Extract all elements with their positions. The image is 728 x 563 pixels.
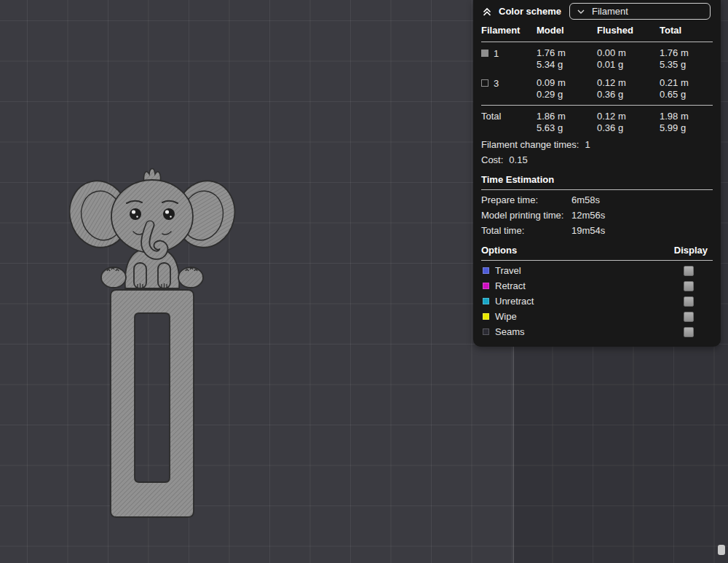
travel-display-checkbox[interactable] xyxy=(684,266,694,276)
total-length: 0.21 m xyxy=(660,77,713,89)
total-length-total: 1.98 m xyxy=(660,111,713,122)
seams-color-swatch xyxy=(483,328,489,335)
time-value: 19m54s xyxy=(571,224,605,237)
time-label: Total time: xyxy=(481,224,571,237)
options-list: Travel Retract Unretract Wipe Seams xyxy=(473,261,721,339)
collapse-panel-button[interactable] xyxy=(481,6,493,17)
option-label: Unretract xyxy=(495,296,534,307)
elephant-head xyxy=(111,180,193,253)
total-row: Total 1.86 m 5.63 g 0.12 m 0.36 g 1.98 m… xyxy=(481,107,713,137)
filament-row-1: 1 1.76 m 5.34 g 0.00 m 0.01 g 1.76 m 5.3… xyxy=(481,44,713,74)
time-estimation-title: Time Estimation xyxy=(473,168,721,189)
col-model: Model xyxy=(537,25,597,36)
travel-color-swatch xyxy=(483,267,489,274)
color-scheme-dropdown[interactable]: Filament xyxy=(569,3,711,20)
wipe-display-checkbox[interactable] xyxy=(684,312,694,322)
chevron-double-up-icon xyxy=(482,7,492,17)
seams-display-checkbox[interactable] xyxy=(684,327,694,337)
option-label: Seams xyxy=(495,326,524,337)
options-title: Options xyxy=(481,245,517,256)
option-row-wipe: Wipe xyxy=(473,309,721,324)
stat-label: Cost: xyxy=(481,154,503,166)
stat-value: 1 xyxy=(585,138,590,151)
flushed-weight: 0.01 g xyxy=(597,59,660,71)
col-total: Total xyxy=(660,25,713,36)
panel-title: Color scheme xyxy=(499,6,561,17)
filament-table-header: Filament Model Flushed Total xyxy=(481,23,713,40)
cost: Cost: 0.15 xyxy=(473,152,721,168)
model-printing-time-row: Model printing time: 12m56s xyxy=(473,208,721,223)
flushed-length: 0.12 m xyxy=(597,77,660,89)
model-length: 0.09 m xyxy=(537,77,597,89)
filament-1-color-swatch xyxy=(481,50,488,57)
stat-label: Filament change times: xyxy=(481,138,579,151)
stat-value: 0.15 xyxy=(509,154,527,166)
filament-3-color-swatch xyxy=(481,79,488,87)
unretract-display-checkbox[interactable] xyxy=(684,296,694,307)
filament-change-times: Filament change times: 1 xyxy=(473,137,721,152)
filament-row-3: 3 0.09 m 0.29 g 0.12 m 0.36 g 0.21 m 0.6… xyxy=(481,74,713,103)
option-label: Wipe xyxy=(495,311,517,322)
model-weight: 0.29 g xyxy=(537,89,597,101)
filament-table: Filament Model Flushed Total 1 1.76 m 5.… xyxy=(473,23,721,137)
total-length: 1.76 m xyxy=(660,47,713,59)
time-value: 6m58s xyxy=(571,194,600,206)
col-flushed: Flushed xyxy=(597,25,660,36)
display-column-title: Display xyxy=(674,245,708,256)
filament-3-id: 3 xyxy=(494,78,499,90)
total-time-row: Total time: 19m54s xyxy=(473,223,721,238)
panel-header: Color scheme Filament xyxy=(473,0,721,23)
total-weight-total: 5.99 g xyxy=(660,122,713,134)
retract-color-swatch xyxy=(483,283,489,289)
bookmark-frame xyxy=(111,290,194,517)
wipe-color-swatch xyxy=(483,313,489,320)
options-header: Options Display xyxy=(473,238,721,259)
option-label: Travel xyxy=(495,265,521,276)
time-value: 12m56s xyxy=(571,209,605,221)
total-row-label: Total xyxy=(481,111,537,134)
option-row-travel: Travel xyxy=(473,263,721,278)
model-length-total: 1.86 m xyxy=(537,111,597,122)
scrollbar-corner-handle[interactable] xyxy=(718,545,725,555)
time-label: Prepare time: xyxy=(481,194,571,206)
option-row-seams: Seams xyxy=(473,324,721,339)
total-weight: 5.35 g xyxy=(660,59,713,71)
unretract-color-swatch xyxy=(483,298,489,304)
model-weight-total: 5.63 g xyxy=(537,122,597,134)
filament-1-id: 1 xyxy=(494,48,499,60)
col-filament: Filament xyxy=(481,25,537,36)
model-elephant-bookmark[interactable] xyxy=(69,163,237,521)
model-weight: 5.34 g xyxy=(537,59,597,71)
option-label: Retract xyxy=(495,280,526,291)
flushed-length: 0.00 m xyxy=(597,47,660,59)
flushed-weight: 0.36 g xyxy=(597,89,660,101)
divider xyxy=(481,42,713,42)
total-weight: 0.65 g xyxy=(660,89,713,101)
option-row-retract: Retract xyxy=(473,278,721,294)
chevron-down-icon xyxy=(577,7,585,16)
time-label: Model printing time: xyxy=(481,209,571,221)
retract-display-checkbox[interactable] xyxy=(684,281,694,291)
model-length: 1.76 m xyxy=(537,47,597,59)
option-row-unretract: Unretract xyxy=(473,294,721,309)
flushed-weight-total: 0.36 g xyxy=(597,122,660,134)
prepare-time-row: Prepare time: 6m58s xyxy=(473,190,721,208)
color-scheme-panel: Color scheme Filament Filament Model Flu… xyxy=(473,0,721,347)
dropdown-value: Filament xyxy=(592,6,628,17)
flushed-length-total: 0.12 m xyxy=(597,111,660,122)
divider xyxy=(481,105,713,106)
